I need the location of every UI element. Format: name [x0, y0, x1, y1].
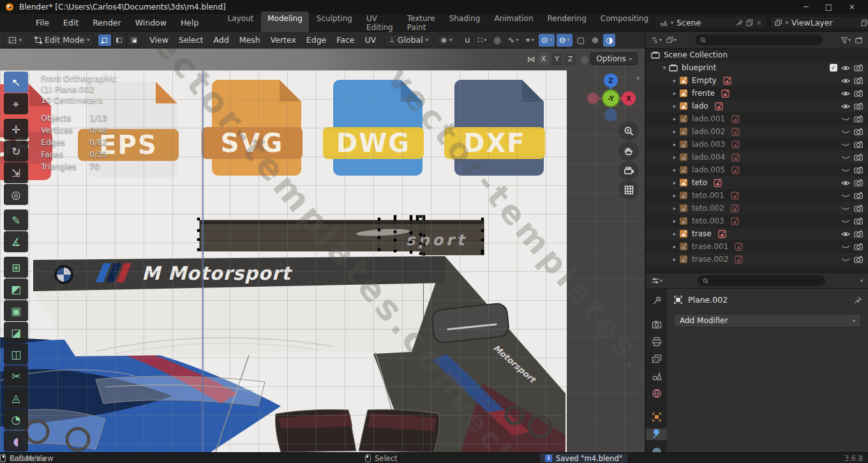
- camera-visibility-icon[interactable]: [854, 243, 863, 250]
- viewport-menu-item[interactable]: Mesh: [235, 33, 265, 47]
- camera-view-button[interactable]: [618, 161, 639, 180]
- expand-icon[interactable]: ▸: [670, 218, 679, 224]
- viewport-menu-item[interactable]: Vertex: [266, 33, 301, 47]
- expand-icon[interactable]: ▸: [670, 179, 679, 186]
- viewport-toggle-button[interactable]: ⊕: [589, 34, 601, 47]
- mirror-icon[interactable]: ⋈: [527, 54, 535, 64]
- camera-visibility-icon[interactable]: [854, 179, 863, 186]
- scene-selector[interactable]: ▾ Scene ×: [655, 16, 767, 29]
- properties-search[interactable]: [698, 275, 825, 286]
- properties-search-input[interactable]: [712, 277, 820, 285]
- expand-icon[interactable]: ▸: [670, 103, 679, 109]
- object-name[interactable]: lado.002: [692, 127, 725, 136]
- object-name[interactable]: teto.002: [692, 204, 724, 213]
- outliner-row[interactable]: ▸ lado.004: [646, 151, 868, 163]
- outliner-search[interactable]: [695, 34, 823, 45]
- camera-visibility-icon[interactable]: [854, 153, 863, 161]
- tool-button[interactable]: ⇲: [4, 162, 28, 183]
- tool-button[interactable]: ✂: [4, 365, 28, 386]
- camera-visibility-icon[interactable]: [854, 217, 863, 225]
- viewport-3d[interactable]: PDF EPS SVG DWG: [0, 49, 645, 452]
- new-scene-icon[interactable]: [746, 19, 753, 26]
- edge-select-button[interactable]: [112, 34, 126, 47]
- tool-button[interactable]: ✎: [4, 209, 28, 231]
- expand-icon[interactable]: ▸: [670, 256, 679, 262]
- workspace-tab[interactable]: Sculpting: [310, 11, 359, 34]
- object-name[interactable]: lado.004: [692, 153, 725, 162]
- tab-scene[interactable]: [646, 370, 667, 382]
- tool-button[interactable]: ◫: [4, 344, 28, 365]
- viewport-menu-item[interactable]: Face: [332, 33, 359, 47]
- eye-open-icon[interactable]: [841, 231, 850, 238]
- workspace-tab[interactable]: Compositing: [594, 11, 655, 34]
- expand-icon[interactable]: ▸: [670, 141, 679, 148]
- outliner-row-collection[interactable]: ▾ blueprint ✓: [646, 61, 868, 74]
- add-modifier-dropdown[interactable]: Add Modifier ▾: [673, 314, 862, 328]
- tab-physics[interactable]: [646, 446, 667, 452]
- viewport-menu-item[interactable]: UV: [361, 33, 381, 47]
- mode-selector[interactable]: Edit Mode ▾: [30, 34, 94, 47]
- collection-name[interactable]: blueprint: [682, 63, 716, 72]
- tool-button[interactable]: ◖: [4, 430, 28, 452]
- viewport-toggle-button[interactable]: ∿ ▾: [505, 34, 521, 47]
- eye-closed-icon[interactable]: [841, 205, 850, 212]
- eye-closed-icon[interactable]: [841, 154, 850, 161]
- workspace-tab[interactable]: UV Editing: [360, 11, 400, 34]
- outliner-row[interactable]: ▸ lado.001: [646, 112, 868, 125]
- gizmo-z-label[interactable]: Z: [608, 77, 613, 84]
- viewport-toggle-button[interactable]: ▢: [574, 34, 587, 47]
- tool-button[interactable]: ◎: [4, 184, 28, 205]
- outliner-row[interactable]: ▸ teto: [646, 176, 868, 189]
- outliner-row[interactable]: ▸ lado.003: [646, 138, 868, 151]
- eye-closed-icon[interactable]: [841, 167, 850, 174]
- outliner-editor-button[interactable]: ▾: [651, 36, 662, 44]
- outliner-row[interactable]: ▸ teto.001: [646, 189, 868, 202]
- display-mode-button[interactable]: ▾: [666, 36, 677, 44]
- chevron-down-icon[interactable]: ▾: [860, 278, 863, 284]
- tool-button[interactable]: ◔: [4, 409, 28, 430]
- tab-modifiers[interactable]: [646, 429, 667, 440]
- expand-icon[interactable]: ▾: [660, 65, 669, 71]
- expand-icon[interactable]: ▸: [670, 154, 679, 160]
- camera-visibility-icon[interactable]: [854, 166, 863, 174]
- tool-button[interactable]: ◪: [4, 322, 28, 343]
- viewport-toggle-button[interactable]: ∷ ▾: [475, 34, 489, 47]
- tab-tool[interactable]: [646, 295, 667, 307]
- options-button[interactable]: Options▾: [590, 52, 637, 65]
- outliner-row[interactable]: ▸ lado: [646, 100, 868, 112]
- face-select-button[interactable]: [127, 34, 141, 47]
- close-button[interactable]: ×: [849, 3, 855, 11]
- workspace-tab[interactable]: Animation: [488, 11, 539, 34]
- expand-icon[interactable]: ▸: [670, 231, 679, 237]
- object-name[interactable]: trase.002: [692, 255, 728, 264]
- eye-closed-icon[interactable]: [841, 128, 850, 135]
- mirror-z-button[interactable]: Z: [565, 53, 576, 65]
- eye-open-icon[interactable]: [841, 65, 850, 72]
- pin-icon[interactable]: [736, 19, 743, 26]
- new-collection-button[interactable]: [855, 36, 863, 44]
- camera-visibility-icon[interactable]: [854, 64, 863, 72]
- object-name[interactable]: trase: [692, 229, 712, 238]
- tool-button[interactable]: ◩: [4, 278, 28, 300]
- eye-closed-icon[interactable]: [841, 218, 850, 225]
- expand-icon[interactable]: ▸: [670, 167, 679, 173]
- expand-icon[interactable]: ▸: [670, 116, 679, 122]
- object-name[interactable]: teto.001: [692, 191, 724, 200]
- viewlayer-selector[interactable]: ▾ ViewLayer ×: [770, 16, 868, 29]
- navigation-gizmo[interactable]: Z X -Y: [584, 72, 638, 125]
- outliner-row[interactable]: ▸ frente: [646, 87, 868, 100]
- eye-closed-icon[interactable]: [841, 141, 850, 148]
- menu-item[interactable]: Window: [130, 16, 172, 29]
- minimize-button[interactable]: ─: [804, 3, 808, 11]
- camera-visibility-icon[interactable]: [854, 230, 863, 238]
- tab-render[interactable]: [646, 319, 667, 330]
- outliner-row[interactable]: ▸ trase.002: [646, 253, 868, 266]
- expand-icon[interactable]: ▸: [670, 243, 679, 250]
- viewport-menu-item[interactable]: Select: [174, 33, 208, 47]
- pan-hand-button[interactable]: [618, 142, 639, 161]
- viewport-toggle-button[interactable]: ⊖ ▾: [557, 34, 572, 47]
- outliner-row[interactable]: ▸ lado.002: [646, 125, 868, 138]
- viewport-toggle-button[interactable]: ∪: [461, 34, 473, 47]
- grid-ortho-button[interactable]: [618, 180, 639, 199]
- object-name[interactable]: trase.001: [692, 242, 728, 251]
